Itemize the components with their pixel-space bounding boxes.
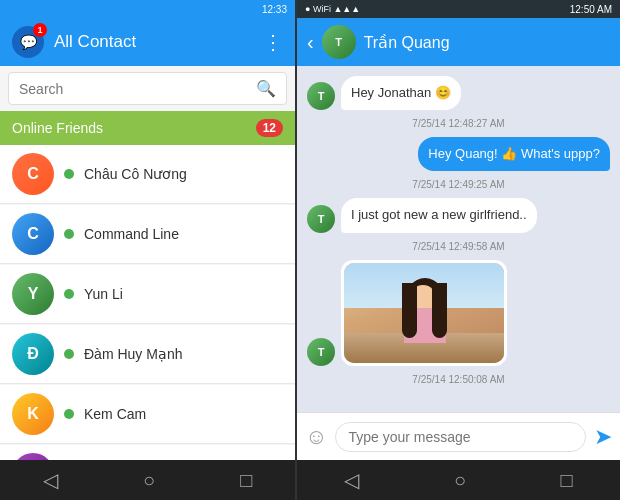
contact-avatar-6: T — [12, 453, 54, 460]
back-button[interactable]: ‹ — [307, 31, 314, 54]
online-count-badge: 12 — [256, 119, 283, 137]
emoji-button[interactable]: ☺ — [305, 424, 327, 450]
image-message-bubble — [341, 260, 507, 366]
input-bar: ☺ ➤ — [297, 412, 620, 460]
contact-list: C Châu Cô Nương C Command Line Y Yun Li … — [0, 145, 295, 460]
message-input[interactable] — [335, 422, 586, 452]
sender-avatar-1: T — [307, 82, 335, 110]
contact-avatar-5: K — [12, 393, 54, 435]
contact-name-3: Yun Li — [84, 286, 123, 302]
app-icon: 💬 1 — [12, 26, 44, 58]
contact-name-4: Đàm Huy Mạnh — [84, 346, 182, 362]
contact-avatar-3: Y — [12, 273, 54, 315]
left-nav-bar: ◁ ○ □ — [0, 460, 295, 500]
contact-item-6[interactable]: T Thảo Phương Phạm — [0, 445, 295, 460]
contact-name-2: Command Line — [84, 226, 179, 242]
online-friends-bar[interactable]: Online Friends 12 — [0, 111, 295, 145]
send-button[interactable]: ➤ — [594, 424, 612, 450]
chat-partner-avatar: T — [322, 25, 356, 59]
contact-avatar-1: C — [12, 153, 54, 195]
chat-message-4: T — [307, 260, 610, 366]
right-header: ‹ T Trần Quang — [297, 18, 620, 66]
search-icon[interactable]: 🔍 — [256, 79, 276, 98]
search-bar: 🔍 — [8, 72, 287, 105]
nav-home-icon[interactable]: ○ — [143, 469, 155, 492]
contact-item-4[interactable]: Đ Đàm Huy Mạnh — [0, 325, 295, 384]
online-indicator-2 — [64, 229, 74, 239]
online-indicator-5 — [64, 409, 74, 419]
timestamp-3: 7/25/14 12:49:58 AM — [307, 241, 610, 252]
nav-back-icon[interactable]: ◁ — [43, 468, 58, 492]
sender-avatar-3: T — [307, 205, 335, 233]
message-bubble-3: I just got new a new girlfriend.. — [341, 198, 537, 232]
online-indicator-1 — [64, 169, 74, 179]
header-title: All Contact — [54, 32, 253, 52]
right-nav-home-icon[interactable]: ○ — [454, 469, 466, 492]
right-signal: ● WiFi ▲▲▲ — [305, 4, 360, 14]
chat-message-3: T I just got new a new girlfriend.. — [307, 198, 610, 232]
timestamp-4: 7/25/14 12:50:08 AM — [307, 374, 610, 385]
left-header: 💬 1 All Contact ⋮ — [0, 18, 295, 66]
left-time: 12:33 — [262, 4, 287, 15]
search-input[interactable] — [19, 81, 256, 97]
right-time: 12:50 AM — [570, 4, 612, 15]
right-nav-bar: ◁ ○ □ — [297, 460, 620, 500]
chat-message-1: T Hey Jonathan 😊 — [307, 76, 610, 110]
nav-recent-icon[interactable]: □ — [240, 469, 252, 492]
chat-partner-name: Trần Quang — [364, 33, 610, 52]
menu-icon[interactable]: ⋮ — [263, 30, 283, 54]
timestamp-1: 7/25/14 12:48:27 AM — [307, 118, 610, 129]
contact-item-2[interactable]: C Command Line — [0, 205, 295, 264]
message-bubble-2: Hey Quang! 👍 What's uppp? — [418, 137, 610, 171]
contact-item-1[interactable]: C Châu Cô Nương — [0, 145, 295, 204]
sender-avatar-4: T — [307, 338, 335, 366]
message-bubble-1: Hey Jonathan 😊 — [341, 76, 461, 110]
contact-name-5: Kem Cam — [84, 406, 146, 422]
girl-figure — [344, 263, 504, 363]
contact-item-5[interactable]: K Kem Cam — [0, 385, 295, 444]
left-panel: 12:33 💬 1 All Contact ⋮ 🔍 Online Friends… — [0, 0, 295, 500]
contact-item-3[interactable]: Y Yun Li — [0, 265, 295, 324]
left-status-bar: 12:33 — [0, 0, 295, 18]
right-nav-back-icon[interactable]: ◁ — [344, 468, 359, 492]
contact-name-1: Châu Cô Nương — [84, 166, 187, 182]
online-indicator-3 — [64, 289, 74, 299]
right-nav-recent-icon[interactable]: □ — [561, 469, 573, 492]
notification-badge: 1 — [33, 23, 47, 37]
online-indicator-4 — [64, 349, 74, 359]
chat-message-2: Hey Quang! 👍 What's uppp? — [307, 137, 610, 171]
timestamp-2: 7/25/14 12:49:25 AM — [307, 179, 610, 190]
right-panel: ● WiFi ▲▲▲ 12:50 AM ‹ T Trần Quang T Hey… — [295, 0, 620, 500]
chat-area: T Hey Jonathan 😊 7/25/14 12:48:27 AM Hey… — [297, 66, 620, 412]
online-friends-label: Online Friends — [12, 120, 103, 136]
chat-image — [344, 263, 504, 363]
contact-avatar-2: C — [12, 213, 54, 255]
contact-avatar-4: Đ — [12, 333, 54, 375]
right-status-bar: ● WiFi ▲▲▲ 12:50 AM — [297, 0, 620, 18]
